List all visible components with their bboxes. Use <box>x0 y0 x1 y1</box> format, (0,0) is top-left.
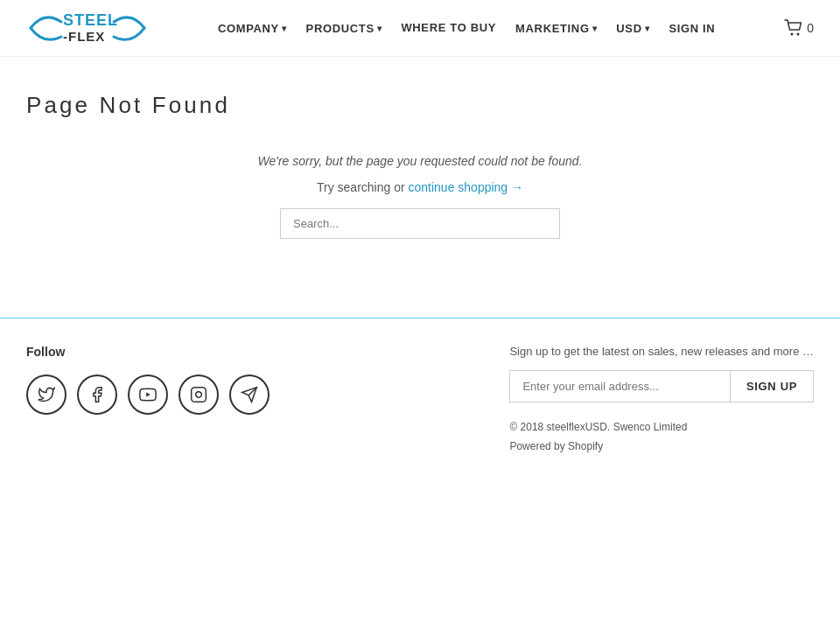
nav-products[interactable]: PRODUCTS ▾ <box>299 18 389 39</box>
svg-text:-FLEX: -FLEX <box>63 29 105 44</box>
footer-inner: Follow <box>26 345 814 456</box>
svg-marker-5 <box>146 392 150 396</box>
footer-copyright: © 2018 steelflexUSD. Swenco Limited Powe… <box>509 418 814 456</box>
logo[interactable]: STEEL -FLEX <box>26 6 149 50</box>
email-input[interactable] <box>509 370 731 402</box>
svg-point-4 <box>797 33 800 36</box>
follow-label: Follow <box>26 345 270 359</box>
youtube-icon[interactable] <box>128 374 168 415</box>
site-header: STEEL -FLEX COMPANY ▾ PRODUCTS ▾ WHERE T… <box>0 0 840 57</box>
continue-shopping-link[interactable]: continue shopping → <box>408 180 523 194</box>
nav-where-to-buy[interactable]: WHERE TO BUY <box>394 17 503 39</box>
footer-follow: Follow <box>26 345 270 415</box>
try-searching-text: Try searching or continue shopping → <box>26 180 814 194</box>
nav-marketing[interactable]: MARKETING ▾ <box>508 18 604 39</box>
email-row: SIGN UP <box>509 370 814 402</box>
twitter-icon[interactable] <box>26 374 66 415</box>
instagram-icon[interactable] <box>178 374 219 415</box>
social-icons <box>26 374 270 415</box>
search-container <box>26 208 814 239</box>
cart-count: 0 <box>807 21 814 35</box>
site-footer: Follow <box>0 318 840 482</box>
chevron-down-icon: ▾ <box>645 24 650 33</box>
nav-company[interactable]: COMPANY ▾ <box>211 18 294 39</box>
main-nav: COMPANY ▾ PRODUCTS ▾ WHERE TO BUY MARKET… <box>211 17 722 39</box>
svg-point-3 <box>791 33 794 36</box>
search-input[interactable] <box>280 208 560 239</box>
chevron-down-icon: ▾ <box>282 24 287 33</box>
svg-rect-6 <box>192 388 206 402</box>
cart-button[interactable]: 0 <box>784 19 814 37</box>
sign-up-button[interactable]: SIGN UP <box>731 370 814 402</box>
footer-newsletter: Sign up to get the latest on sales, new … <box>509 345 814 456</box>
svg-text:STEEL: STEEL <box>63 11 118 29</box>
send-icon[interactable] <box>229 374 270 415</box>
chevron-down-icon: ▾ <box>592 24 598 33</box>
sorry-message: We're sorry, but the page you requested … <box>26 154 814 168</box>
main-content: Page Not Found We're sorry, but the page… <box>0 57 840 318</box>
chevron-down-icon: ▾ <box>377 24 382 33</box>
facebook-icon[interactable] <box>77 374 117 415</box>
cart-icon <box>784 19 803 37</box>
nav-usd[interactable]: USD ▾ <box>609 18 656 39</box>
newsletter-text: Sign up to get the latest on sales, new … <box>509 345 814 358</box>
nav-sign-in[interactable]: SIGN IN <box>662 18 722 39</box>
page-title: Page Not Found <box>26 92 814 119</box>
